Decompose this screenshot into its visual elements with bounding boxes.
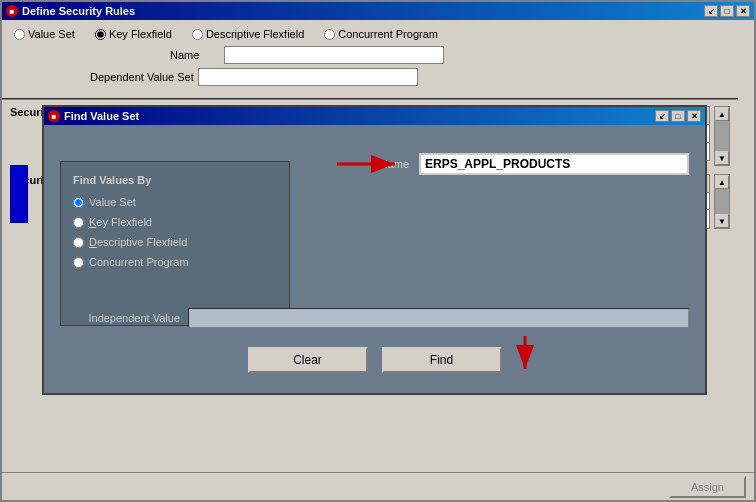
find-title-left: ■ Find Value Set xyxy=(48,110,139,122)
type-radio-group: Value Set Key Flexfield Descriptive Flex… xyxy=(10,28,730,40)
fvs-key-flexfield-radio[interactable] xyxy=(73,217,84,228)
fvs-concurrent-program-radio[interactable] xyxy=(73,257,84,268)
minimize-button[interactable]: ↙ xyxy=(704,5,718,17)
scroll-up-btn[interactable]: ▲ xyxy=(715,107,729,121)
title-bar-left: ■ Define Security Rules xyxy=(6,5,135,17)
find-name-row: Name xyxy=(380,153,689,175)
concurrent-program-radio[interactable] xyxy=(324,29,335,40)
close-button[interactable]: ✕ xyxy=(736,5,750,17)
fvs-key-flexfield-label: Key Flexfield xyxy=(89,216,152,228)
bottom-bar: Assign xyxy=(2,472,754,500)
fvs-descriptive-flexfield-option[interactable]: Descriptive Flexfield xyxy=(73,236,277,248)
lower-scroll-up-btn[interactable]: ▲ xyxy=(715,175,729,189)
main-window-title: Define Security Rules xyxy=(22,5,135,17)
find-title-controls: ↙ □ ✕ xyxy=(655,110,701,122)
restore-button[interactable]: □ xyxy=(720,5,734,17)
find-values-by-box: Find Values By Value Set Key Flexfield D… xyxy=(60,161,290,326)
descriptive-flexfield-radio[interactable] xyxy=(192,29,203,40)
value-set-label: Value Set xyxy=(28,28,75,40)
fvs-value-set-option[interactable]: Value Set xyxy=(73,196,277,208)
independent-value-input[interactable] xyxy=(188,308,689,328)
fvs-concurrent-program-option[interactable]: Concurrent Program xyxy=(73,256,277,268)
title-bar-controls: ↙ □ ✕ xyxy=(704,5,750,17)
find-title-bar: ■ Find Value Set ↙ □ ✕ xyxy=(44,107,705,125)
find-close-btn[interactable]: ✕ xyxy=(687,110,701,122)
assign-button[interactable]: Assign xyxy=(669,476,746,498)
lower-scrollbar: ▲ ▼ xyxy=(714,174,730,229)
descriptive-flexfield-option[interactable]: Descriptive Flexfield xyxy=(192,28,304,40)
key-flexfield-radio[interactable] xyxy=(95,29,106,40)
scroll-track-lower xyxy=(715,189,729,214)
clear-button[interactable]: Clear xyxy=(248,347,368,373)
main-title-bar: ■ Define Security Rules ↙ □ ✕ xyxy=(2,2,754,20)
fvs-value-set-radio[interactable] xyxy=(73,197,84,208)
fvs-key-flexfield-option[interactable]: Key Flexfield xyxy=(73,216,277,228)
find-minimize-btn[interactable]: ↙ xyxy=(655,110,669,122)
name-input[interactable] xyxy=(224,46,444,64)
top-panel: Value Set Key Flexfield Descriptive Flex… xyxy=(2,20,738,100)
value-set-radio[interactable] xyxy=(14,29,25,40)
security-text-1: Securi xyxy=(10,106,44,118)
blue-indicator xyxy=(10,165,28,223)
find-dialog-body: Find Values By Value Set Key Flexfield D… xyxy=(44,125,705,393)
find-values-by-title: Find Values By xyxy=(73,174,277,186)
scroll-down-btn[interactable]: ▼ xyxy=(715,151,729,165)
red-arrow-find-icon xyxy=(465,331,545,381)
find-dialog-buttons: Clear Find xyxy=(248,347,502,373)
red-arrow-name-container xyxy=(337,149,407,181)
value-set-option[interactable]: Value Set xyxy=(14,28,75,40)
concurrent-program-option[interactable]: Concurrent Program xyxy=(324,28,438,40)
main-window-icon: ■ xyxy=(6,5,18,17)
dep-value-set-label: Dependent Value Set xyxy=(90,71,194,83)
red-arrow-find-container xyxy=(465,331,545,383)
fvs-concurrent-program-label: Concurrent Program xyxy=(89,256,189,268)
red-arrow-name-icon xyxy=(337,149,407,179)
find-dialog-icon: ■ xyxy=(48,110,60,122)
find-restore-btn[interactable]: □ xyxy=(671,110,685,122)
upper-scrollbar: ▲ ▼ xyxy=(714,106,730,166)
find-name-input[interactable] xyxy=(419,153,689,175)
fvs-descriptive-flexfield-label: Descriptive Flexfield xyxy=(89,236,187,248)
key-flexfield-option[interactable]: Key Flexfield xyxy=(95,28,172,40)
find-dialog-title: Find Value Set xyxy=(64,110,139,122)
fvs-value-set-label: Value Set xyxy=(89,196,136,208)
fvs-descriptive-flexfield-radio[interactable] xyxy=(73,237,84,248)
name-field-label: Name xyxy=(170,49,220,61)
lower-scroll-down-btn[interactable]: ▼ xyxy=(715,214,729,228)
key-flexfield-label: Key Flexfield xyxy=(109,28,172,40)
independent-value-label: Independent Value xyxy=(60,312,180,324)
find-dialog: ■ Find Value Set ↙ □ ✕ Find Values By Va… xyxy=(42,105,707,395)
descriptive-flexfield-label: Descriptive Flexfield xyxy=(206,28,304,40)
concurrent-program-label: Concurrent Program xyxy=(338,28,438,40)
scroll-track-upper xyxy=(715,121,729,151)
dep-value-set-input[interactable] xyxy=(198,68,418,86)
independent-value-row: Independent Value xyxy=(60,308,689,328)
